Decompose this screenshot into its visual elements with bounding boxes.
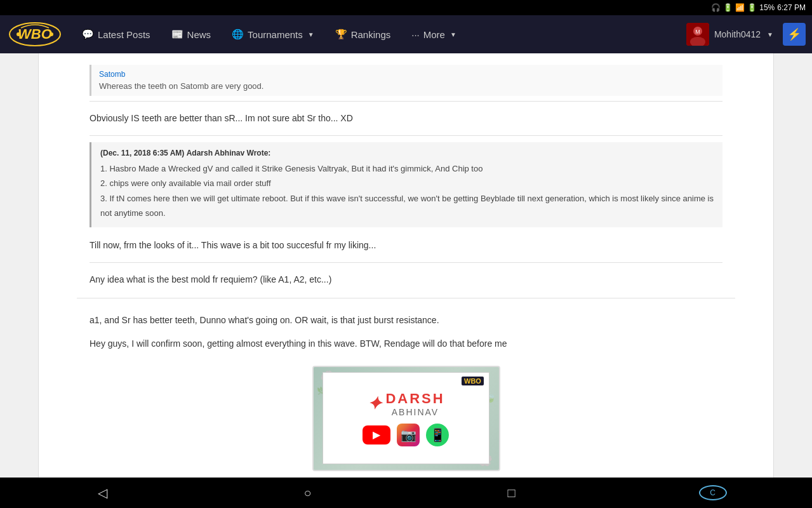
image-subtitle: ABHINAV	[385, 407, 444, 417]
nav-latest-posts[interactable]: 💬 Latest Posts	[73, 23, 159, 45]
quote-text-1: Whereas the teeth on Satomb are very goo…	[99, 81, 263, 91]
divider-3	[90, 262, 722, 263]
lightning-button[interactable]: ⚡	[783, 23, 806, 46]
status-bar: 🎧 🔋 📶 🔋 15% 6:27 PM	[0, 0, 812, 15]
whatsapp-icon: 📱	[426, 424, 449, 446]
wbo-watermark: WBO	[462, 377, 484, 385]
post-text-5: Hey guys, I will confirm soon, getting a…	[90, 332, 722, 356]
quote-author-1: Satomb	[99, 70, 715, 79]
dots-icon: ···	[411, 29, 420, 40]
sidebar-right	[774, 53, 812, 508]
post-container: Satomb Whereas the teeth on Satomb are v…	[77, 53, 735, 298]
quote-date: (Dec. 11, 2018 6:35 AM)	[100, 149, 184, 157]
wifi-icon: 🔋	[723, 3, 733, 12]
nav-more[interactable]: ··· More ▼	[403, 24, 465, 45]
post-text-3: Any idea what is the best mold fr requie…	[90, 268, 722, 291]
quote-meta-2: (Dec. 11, 2018 6:35 AM) Adarsh Abhinav W…	[100, 149, 714, 157]
youtube-icon: ▶	[363, 425, 390, 444]
post-text-2: Till now, frm the looks of it... This wa…	[90, 234, 722, 257]
svg-point-2	[17, 32, 20, 36]
quote-item-1: 1. Hasbro Made a Wrecked gV and called i…	[100, 161, 714, 176]
nav-news[interactable]: 📰 News	[163, 23, 220, 45]
sidebar-left	[0, 53, 38, 508]
trophy-icon: 🏆	[335, 29, 347, 40]
quote-author-2: Adarsh Abhinav Wrote:	[187, 149, 271, 157]
user-menu[interactable]: M Mohith0412 ▼	[680, 20, 780, 48]
android-nav: ◁ ○ □ C	[0, 478, 812, 508]
nav-tournaments[interactable]: 🌐 Tournaments ▼	[223, 23, 323, 45]
navbar: WBO 💬 Latest Posts 📰 News 🌐 Tournaments …	[0, 15, 812, 53]
username: Mohith0412	[714, 29, 761, 39]
quote-block-2: (Dec. 11, 2018 6:35 AM) Adarsh Abhinav W…	[90, 142, 722, 227]
tournaments-dropdown-arrow: ▼	[308, 31, 314, 38]
clock: 6:27 PM	[777, 3, 806, 12]
chat-icon: 💬	[82, 29, 94, 40]
svg-text:WBO: WBO	[18, 26, 52, 42]
svg-text:M: M	[695, 29, 700, 35]
home-button[interactable]: ○	[291, 481, 324, 505]
post-image-inner: WBO ✦ DARSH ABHINAV ▶ 📷 📱	[323, 372, 489, 465]
post-container-2: a1, and Sr has better teeth, Dunno what'…	[77, 298, 735, 508]
post-text-1: Obviously IS teeth are better than sR...…	[90, 107, 722, 130]
page-wrapper: Satomb Whereas the teeth on Satomb are v…	[0, 53, 812, 508]
user-dropdown-arrow: ▼	[767, 31, 773, 38]
quote-items-2: 1. Hasbro Made a Wrecked gV and called i…	[100, 161, 714, 221]
globe-icon: 🌐	[232, 29, 244, 40]
nav-rankings[interactable]: 🏆 Rankings	[326, 23, 400, 45]
quote-block-1: Satomb Whereas the teeth on Satomb are v…	[90, 65, 722, 96]
battery-percent: 15%	[759, 3, 775, 12]
instagram-icon: 📷	[397, 424, 420, 446]
back-button[interactable]: ◁	[85, 480, 120, 505]
svg-point-3	[50, 32, 53, 36]
signal-icon: 📶	[735, 3, 745, 12]
content-area: Satomb Whereas the teeth on Satomb are v…	[38, 53, 774, 508]
divider-1	[90, 101, 722, 102]
more-dropdown-arrow: ▼	[450, 31, 456, 38]
image-title: DARSH	[385, 391, 444, 407]
post-image-container: 🌸 🌺 🌼 🌸 🍃 🌿 WBO ✦ DARSH AB	[90, 366, 722, 471]
headphone-icon: 🎧	[711, 3, 721, 12]
quote-item-3: 3. If tN comes here then we will get ult…	[100, 191, 714, 221]
recent-button[interactable]: □	[495, 481, 528, 505]
site-logo[interactable]: WBO	[6, 18, 63, 50]
post-image-icons: ▶ 📷 📱	[363, 424, 449, 446]
post-image: 🌸 🌺 🌼 🌸 🍃 🌿 WBO ✦ DARSH AB	[312, 366, 500, 471]
cortana-button[interactable]: C	[699, 485, 727, 500]
news-icon: 📰	[171, 29, 183, 40]
divider-2	[90, 135, 722, 136]
status-icons: 🎧 🔋 📶 🔋 15% 6:27 PM	[711, 3, 806, 12]
post-text-4: a1, and Sr has better teeth, Dunno what'…	[90, 309, 722, 332]
battery-icon: 🔋	[747, 3, 757, 12]
quote-item-2: 2. chips were only available via mail or…	[100, 176, 714, 190]
user-avatar: M	[686, 23, 709, 46]
